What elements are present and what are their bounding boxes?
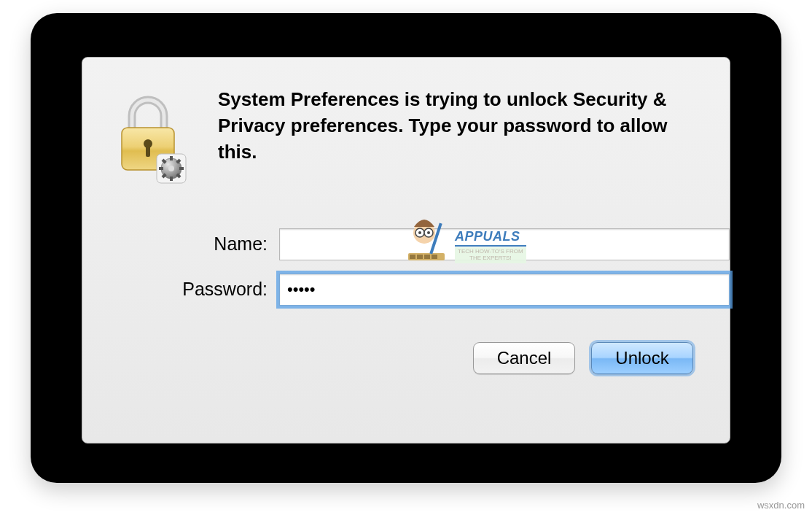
svg-rect-3 — [146, 145, 150, 157]
svg-rect-8 — [159, 167, 163, 170]
password-input[interactable] — [279, 274, 730, 306]
name-label: Name: — [82, 233, 279, 255]
auth-dialog: System Preferences is trying to unlock S… — [82, 57, 730, 444]
window-frame: System Preferences is trying to unlock S… — [31, 13, 781, 483]
name-input[interactable] — [279, 228, 730, 260]
lock-icon — [112, 87, 192, 206]
unlock-button[interactable]: Unlock — [591, 342, 693, 374]
svg-point-14 — [168, 166, 174, 171]
dialog-message: System Preferences is trying to unlock S… — [218, 87, 693, 166]
cancel-button[interactable]: Cancel — [473, 342, 575, 374]
attribution-text: wsxdn.com — [757, 500, 805, 511]
svg-rect-6 — [170, 156, 173, 160]
password-label: Password: — [82, 279, 279, 300]
svg-rect-9 — [179, 167, 184, 170]
svg-rect-7 — [170, 177, 173, 181]
